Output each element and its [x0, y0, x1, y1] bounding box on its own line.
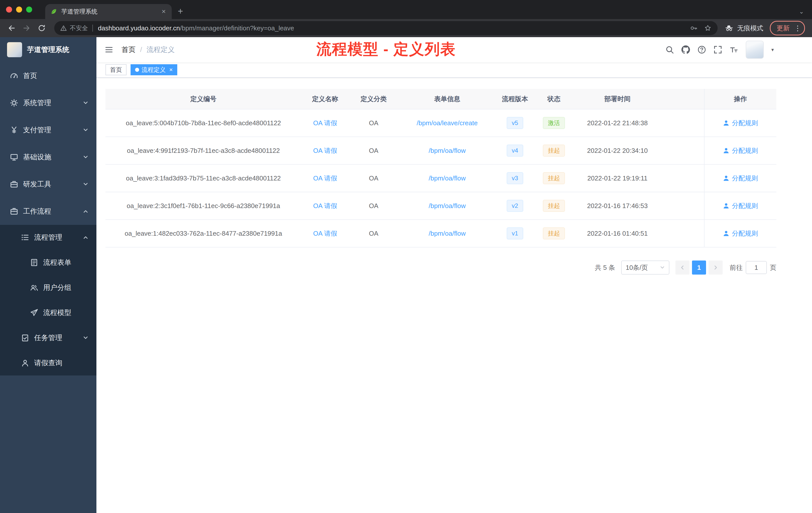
col-definition-category: 定义分类	[349, 89, 398, 109]
browser-tab[interactable]: 芋道管理系统 ×	[45, 4, 172, 19]
sidebar-item-label: 基础设施	[23, 152, 51, 162]
assign-rule-label: 分配规则	[732, 174, 758, 183]
sidebar-item-process-model[interactable]: 流程模型	[0, 300, 96, 325]
chevron-down-icon	[83, 154, 88, 160]
bookmark-star-icon[interactable]	[704, 24, 712, 32]
incognito-badge: 无痕模式	[725, 24, 763, 33]
active-tag-dot	[135, 68, 139, 72]
goto-label: 前往	[730, 263, 743, 272]
user-icon	[723, 147, 729, 154]
font-size-icon[interactable]	[730, 46, 738, 54]
form-info-link[interactable]: /bpm/oa/flow	[429, 202, 465, 210]
not-secure-label: 不安全	[70, 24, 88, 32]
hamburger-icon[interactable]	[105, 45, 114, 54]
definition-name-link[interactable]: OA 请假	[313, 174, 337, 183]
sidebar-item-leave-query[interactable]: 请假查询	[0, 350, 96, 375]
paper-plane-icon	[30, 309, 38, 317]
user-avatar[interactable]	[746, 41, 764, 59]
browser-menu-dots-icon[interactable]: ⋮	[794, 24, 802, 32]
col-process-version: 流程版本	[496, 89, 534, 109]
status-badge: 挂起	[543, 228, 565, 239]
sidebar-item-system[interactable]: 系统管理	[0, 89, 96, 117]
incognito-label: 无痕模式	[737, 24, 763, 33]
page-size-select[interactable]: 10条/页	[621, 261, 669, 275]
github-icon[interactable]	[682, 46, 690, 54]
gear-icon	[10, 99, 18, 107]
annotation-title: 流程模型 - 定义列表	[316, 39, 456, 59]
deploy-time: 2022-01-22 19:19:11	[574, 164, 661, 192]
definition-name-link[interactable]: OA 请假	[313, 202, 337, 210]
status-badge: 激活	[543, 117, 565, 129]
url-path: /bpm/manager/definition?key=oa_leave	[180, 24, 294, 32]
version-badge: v4	[507, 145, 523, 157]
sidebar-item-label: 用户分组	[43, 283, 71, 292]
deploy-time: 2022-01-16 17:46:53	[574, 192, 661, 219]
assign-rule-link[interactable]: 分配规则	[723, 202, 758, 210]
form-info-link[interactable]: /bpm/oa/flow	[429, 230, 465, 237]
fullscreen-icon[interactable]	[714, 46, 722, 54]
sidebar-item-infrastructure[interactable]: 基础设施	[0, 144, 96, 171]
user-icon	[723, 175, 729, 181]
assign-rule-link[interactable]: 分配规则	[723, 174, 758, 183]
table-row: oa_leave:4:991f2193-7b7f-11ec-a3c8-acde4…	[106, 137, 776, 164]
sidebar-item-task-manage[interactable]: 任务管理	[0, 325, 96, 350]
assign-rule-link[interactable]: 分配规则	[723, 146, 758, 155]
user-icon	[723, 120, 729, 126]
sidebar-item-payment[interactable]: 支付管理	[0, 117, 96, 144]
version-badge: v1	[507, 228, 523, 239]
assign-rule-link[interactable]: 分配规则	[723, 119, 758, 127]
definition-category: OA	[349, 220, 398, 247]
list-icon	[21, 233, 29, 241]
browser-chrome: 芋道管理系统 × + ⌄ 不安全 dashboard.yudao.iocoder…	[0, 0, 812, 37]
tag-process-definition[interactable]: 流程定义 ×	[130, 64, 177, 75]
status-badge: 挂起	[543, 200, 565, 212]
tab-title: 芋道管理系统	[61, 7, 161, 16]
update-chrome-button[interactable]: 更新 ⋮	[770, 21, 805, 35]
form-info-link[interactable]: /bpm/oa/flow	[429, 147, 465, 155]
sidebar-item-process-manage[interactable]: 流程管理	[0, 225, 96, 250]
form-info-link[interactable]: /bpm/oa/leave/create	[417, 119, 478, 127]
zoom-window-button[interactable]	[26, 6, 32, 12]
sidebar-item-user-group[interactable]: 用户分组	[0, 275, 96, 300]
tab-search-icon[interactable]: ⌄	[799, 8, 804, 15]
page-number-button[interactable]: 1	[692, 261, 706, 275]
close-tag-icon[interactable]: ×	[169, 66, 173, 73]
sidebar-item-label: 任务管理	[34, 333, 62, 342]
row-filler	[661, 110, 704, 137]
sidebar-item-devtools[interactable]: 研发工具	[0, 171, 96, 198]
close-window-button[interactable]	[6, 6, 12, 12]
status-badge: 挂起	[543, 172, 565, 184]
definition-name-link[interactable]: OA 请假	[313, 229, 337, 238]
reload-button[interactable]	[35, 22, 48, 35]
chevron-down-icon	[660, 265, 665, 270]
new-tab-button[interactable]: +	[178, 6, 183, 17]
minimize-window-button[interactable]	[16, 6, 22, 12]
address-bar[interactable]: 不安全 dashboard.yudao.iocoder.cn/bpm/manag…	[54, 21, 718, 35]
form-info-link[interactable]: /bpm/oa/flow	[429, 175, 465, 182]
avatar-caret-icon[interactable]: ▾	[771, 47, 774, 53]
back-button[interactable]	[5, 22, 18, 35]
forward-button[interactable]	[20, 22, 33, 35]
close-tab-icon[interactable]: ×	[161, 7, 167, 16]
page: 芋道管理系统 × + ⌄ 不安全 dashboard.yudao.iocoder…	[0, 0, 812, 513]
goto-page-input[interactable]	[746, 261, 767, 274]
row-filler	[661, 220, 704, 247]
assign-rule-label: 分配规则	[732, 229, 758, 238]
next-page-button[interactable]	[708, 261, 723, 275]
chevron-down-icon	[83, 335, 88, 340]
assign-rule-link[interactable]: 分配规则	[723, 229, 758, 238]
tag-home[interactable]: 首页	[106, 64, 126, 75]
sidebar-item-home[interactable]: 首页	[0, 62, 96, 89]
definition-name-link[interactable]: OA 请假	[313, 146, 337, 155]
sidebar-item-workflow[interactable]: 工作流程	[0, 198, 96, 225]
password-key-icon[interactable]	[690, 24, 697, 32]
definition-id: oa_leave:4:991f2193-7b7f-11ec-a3c8-acde4…	[106, 137, 301, 164]
search-icon[interactable]	[665, 46, 674, 54]
main-area: 首页 / 流程定义 ▾ 流程模型 - 定义列表 首页	[96, 37, 812, 513]
help-icon[interactable]	[697, 46, 706, 54]
sidebar-item-process-form[interactable]: 流程表单	[0, 250, 96, 275]
prev-page-button[interactable]	[675, 261, 690, 275]
definition-name-link[interactable]: OA 请假	[313, 119, 337, 127]
site-favicon-icon	[50, 8, 57, 15]
breadcrumb-home[interactable]: 首页	[121, 45, 136, 55]
